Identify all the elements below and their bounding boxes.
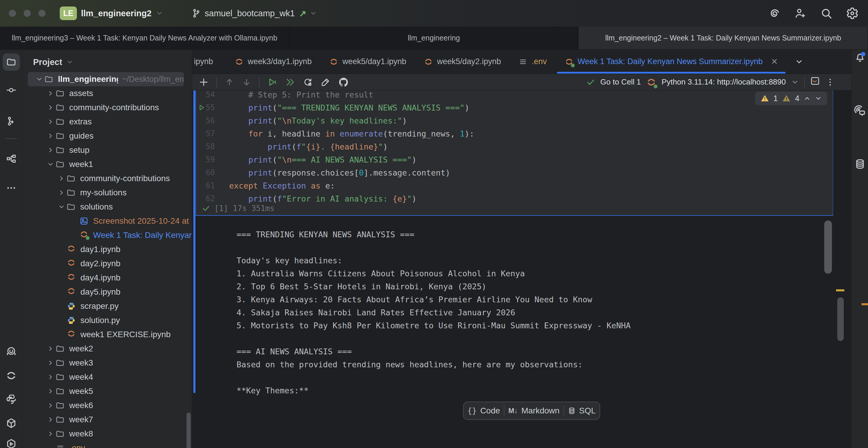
tree-item[interactable]: solutions: [23, 200, 192, 214]
pull-requests-tool-button[interactable]: [6, 116, 17, 126]
editor-tab[interactable]: week5/day1.ipynb: [322, 50, 414, 74]
kebab-menu-icon[interactable]: [826, 77, 835, 87]
tree-item[interactable]: solution.py: [23, 313, 192, 327]
tree-item[interactable]: week2: [23, 342, 192, 356]
restart-kernel-icon[interactable]: [303, 77, 313, 87]
tree-item[interactable]: day2.ipynb: [23, 257, 192, 271]
chevron-down-icon[interactable]: [45, 161, 56, 168]
add-code-cell-button[interactable]: {}Code: [467, 406, 500, 415]
python-console-tool-button[interactable]: [6, 394, 17, 405]
goto-cell-button[interactable]: Go to Cell 1: [600, 77, 641, 87]
tree-item[interactable]: llm_engineering2~/Desktop/llm_en: [28, 72, 184, 86]
window-tab[interactable]: llm_engineering2 – Week 1 Task: Daily Ke…: [579, 27, 868, 50]
chevron-right-icon[interactable]: [57, 175, 66, 182]
code-line[interactable]: 60 print(response.choices[0].message.con…: [196, 166, 833, 179]
run-line-icon[interactable]: [198, 104, 206, 111]
chevron-right-icon[interactable]: [45, 90, 56, 97]
settings-gear-icon[interactable]: [846, 7, 859, 20]
project-scrollbar[interactable]: [187, 413, 191, 448]
tree-item[interactable]: day5.ipynb: [23, 285, 192, 299]
more-tools-button[interactable]: [6, 183, 17, 193]
hidden-tabs-chevron-icon[interactable]: [795, 58, 803, 66]
python-packages-tool-button[interactable]: [6, 418, 17, 429]
tree-item[interactable]: extras: [23, 115, 192, 129]
code-line[interactable]: 61except Exception as e:: [196, 179, 833, 192]
run-all-cells-icon[interactable]: [285, 77, 295, 87]
chevron-right-icon[interactable]: [45, 104, 56, 111]
close-tab-icon[interactable]: ✕: [771, 57, 778, 66]
minimize-window-button[interactable]: [24, 10, 31, 17]
tree-item[interactable]: week1 EXERCISE.ipynb: [23, 327, 192, 342]
tree-item[interactable]: .env: [23, 441, 192, 448]
notifications-bell-icon[interactable]: [854, 52, 866, 65]
project-switcher[interactable]: LE llm_engineering2: [60, 6, 163, 20]
chevron-right-icon[interactable]: [45, 118, 56, 125]
traffic-lights[interactable]: [9, 10, 45, 17]
editor-tab[interactable]: Week 1 Task: Daily Kenyan News Summarize…: [557, 50, 786, 74]
tree-item[interactable]: week4: [23, 370, 192, 384]
prev-problem-icon[interactable]: [804, 95, 811, 102]
vcs-branch-widget[interactable]: samuel_bootcamp_wk1 ↗: [191, 8, 317, 19]
chevron-right-icon[interactable]: [45, 345, 56, 352]
tree-item[interactable]: week8: [23, 427, 192, 441]
tree-item[interactable]: day1.ipynb: [23, 242, 192, 257]
tree-item[interactable]: assets: [23, 86, 192, 100]
chevron-down-icon[interactable]: [57, 203, 66, 211]
editor-tab[interactable]: .env: [511, 50, 554, 74]
services-tool-button[interactable]: [6, 438, 17, 448]
ai-assistant-icon[interactable]: [768, 7, 780, 20]
chevron-down-icon[interactable]: [791, 78, 799, 86]
editor-tab[interactable]: week5/day2.ipynb: [416, 50, 508, 74]
chevron-right-icon[interactable]: [45, 147, 56, 154]
code-line[interactable]: 58 print(f"{i}. {headline}"): [196, 140, 833, 153]
tree-item[interactable]: week5: [23, 384, 192, 398]
tree-item[interactable]: setup: [23, 143, 192, 157]
github-icon[interactable]: [338, 77, 349, 88]
window-tab[interactable]: llm_engineering: [289, 27, 579, 50]
code-line[interactable]: 59 print("\n=== AI NEWS ANALYSIS ==="): [196, 153, 833, 166]
chevron-right-icon[interactable]: [45, 132, 56, 139]
chevron-right-icon[interactable]: [45, 359, 56, 366]
tree-item[interactable]: week6: [23, 398, 192, 413]
chevron-down-icon[interactable]: [34, 76, 44, 83]
move-cell-up-icon[interactable]: [225, 77, 234, 87]
close-window-button[interactable]: [9, 10, 16, 17]
huggingface-tool-button[interactable]: [6, 346, 17, 357]
add-markdown-cell-button[interactable]: M↓Markdown: [508, 406, 559, 415]
tree-item[interactable]: week7: [23, 413, 192, 427]
next-problem-icon[interactable]: [815, 95, 822, 102]
code-line[interactable]: 57 for i, headline in enumerate(trending…: [196, 127, 833, 140]
chevron-right-icon[interactable]: [45, 416, 56, 423]
editor-tab[interactable]: week3/day1.ipynb: [227, 50, 319, 74]
tree-item[interactable]: day4.ipynb: [23, 271, 192, 285]
project-panel-header[interactable]: Project: [23, 50, 73, 74]
run-cell-icon[interactable]: [267, 77, 277, 87]
code-line[interactable]: 56 print("\nToday's key headlines:"): [196, 114, 833, 127]
tree-item[interactable]: Screenshot 2025-10-24 at: [23, 214, 192, 228]
clear-outputs-icon[interactable]: [320, 77, 331, 87]
output-scrollbar[interactable]: [824, 220, 832, 274]
chevron-right-icon[interactable]: [45, 374, 56, 381]
code-line[interactable]: 54 # Step 5: Print the result: [196, 90, 833, 101]
add-cell-icon[interactable]: [199, 77, 209, 87]
tree-item[interactable]: Week 1 Task: Daily Kenyan: [23, 228, 192, 242]
chevron-right-icon[interactable]: [45, 388, 56, 395]
window-tab[interactable]: llm_engineering3 – Week 1 Task: Kenyan D…: [0, 27, 289, 50]
code-cell[interactable]: 54 # Step 5: Print the result55 print("=…: [196, 90, 833, 216]
project-tool-button[interactable]: [3, 54, 20, 71]
tree-item[interactable]: community-contributions: [23, 171, 192, 186]
kernel-selector[interactable]: Python 3.11.14: http://localhost:8890: [662, 77, 786, 87]
add-user-icon[interactable]: [794, 7, 807, 20]
jupyter-tool-button[interactable]: [6, 370, 17, 381]
tree-item[interactable]: week1: [23, 157, 192, 171]
jupyter-console-icon[interactable]: [810, 76, 820, 88]
ai-chat-tool-button[interactable]: [854, 105, 866, 117]
editor-scrollbar[interactable]: [837, 297, 844, 341]
chevron-right-icon[interactable]: [45, 430, 56, 437]
code-line[interactable]: 55 print("=== TRENDING KENYAN NEWS ANALY…: [196, 101, 833, 114]
tree-item[interactable]: scraper.py: [23, 299, 192, 313]
chevron-right-icon[interactable]: [57, 189, 66, 196]
chevron-right-icon[interactable]: [45, 402, 56, 409]
commit-tool-button[interactable]: [6, 85, 17, 95]
search-icon[interactable]: [820, 7, 833, 20]
